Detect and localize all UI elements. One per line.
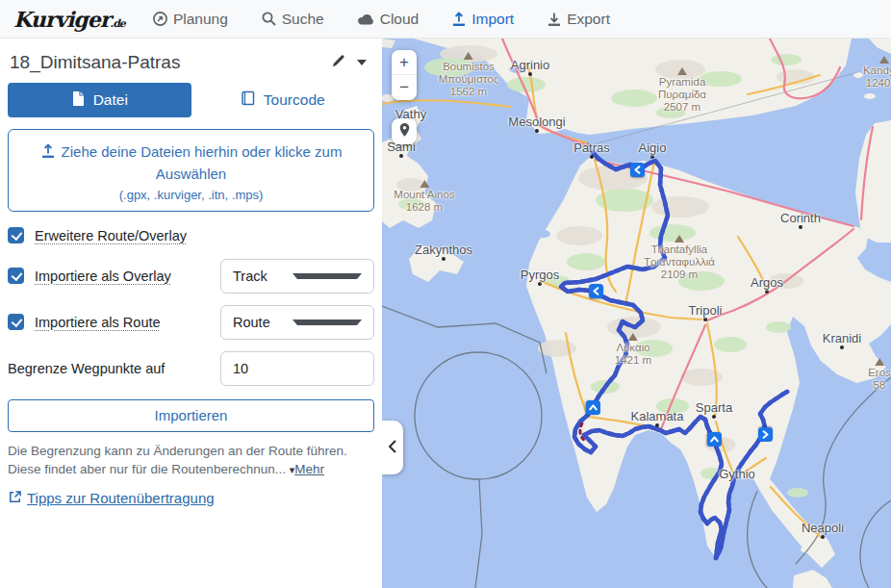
import-tabs: Datei Tourcode [8, 83, 374, 117]
nav-cloud[interactable]: Cloud [357, 11, 420, 28]
upload-icon [40, 143, 62, 160]
kurviger-logo[interactable]: Kurviger.de [13, 7, 125, 32]
note-line1: Die Begrenzung kann zu Änderungen an der… [8, 444, 347, 458]
import-overlay-checkbox[interactable] [8, 268, 24, 284]
zoom-out-button[interactable]: − [392, 75, 417, 100]
nav-cloud-label: Cloud [380, 11, 420, 28]
extend-route-label: Erweitere Route/Overlay [35, 228, 374, 243]
main-nav: Planung Suche Cloud Import Export [152, 11, 610, 28]
import-panel: 18_Dimitsana-Patras Datei Tourcode Ziehe… [0, 38, 382, 588]
import-route-label: Importiere als Route [35, 315, 220, 330]
route-type-select[interactable]: Route [220, 305, 374, 340]
mehr-link[interactable]: Mehr [294, 462, 324, 476]
route-title: 18_Dimitsana-Patras [10, 52, 325, 73]
map-zoom-control: + − [392, 50, 417, 100]
chevron-down-icon [293, 320, 362, 325]
panel-collapse-button[interactable] [382, 421, 403, 474]
nav-suche-label: Suche [282, 11, 324, 28]
limit-note: Die Begrenzung kann zu Änderungen an der… [8, 442, 374, 479]
nav-import[interactable]: Import [451, 11, 514, 28]
nav-planung-label: Planung [173, 11, 228, 28]
external-link-icon [8, 490, 22, 507]
nav-import-label: Import [471, 11, 514, 28]
navbar: Kurviger.de Planung Suche Cloud Import E… [0, 0, 891, 38]
zoom-in-button[interactable]: + [392, 50, 417, 75]
edit-title-button[interactable] [325, 52, 351, 73]
map-pin-icon [397, 122, 412, 141]
tab-datei[interactable]: Datei [8, 83, 191, 117]
book-icon [241, 90, 256, 110]
overlay-type-value: Track [233, 268, 293, 284]
waypoint-limit-label: Begrenze Wegpunkte auf [8, 361, 220, 376]
map-base [382, 38, 891, 588]
nav-suche[interactable]: Suche [261, 11, 324, 28]
import-route-checkbox[interactable] [8, 314, 24, 330]
file-dropzone[interactable]: Ziehe deine Dateien hierhin oder klicke … [8, 129, 374, 212]
export-icon [547, 12, 562, 27]
dropzone-formats: (.gpx, .kurviger, .itn, .mps) [34, 188, 348, 202]
kurviger-app: Kurviger.de Planung Suche Cloud Import E… [0, 0, 891, 588]
tab-tourcode-label: Tourcode [264, 91, 325, 109]
nav-export[interactable]: Export [547, 11, 610, 28]
pencil-icon [331, 54, 345, 71]
logo-tld: .de [110, 17, 125, 30]
waypoint-limit-input[interactable] [220, 351, 374, 386]
waypoint-limit-row: Begrenze Wegpunkte auf [8, 351, 374, 386]
option-import-overlay: Importiere als Overlay Track [8, 259, 374, 294]
chevron-left-icon [386, 438, 399, 458]
chevron-down-icon [293, 273, 362, 279]
file-icon [71, 90, 86, 111]
import-overlay-label: Importiere als Overlay [35, 268, 220, 284]
option-extend-route: Erweitere Route/Overlay [8, 224, 374, 247]
chevron-down-icon [357, 60, 367, 65]
extend-route-checkbox[interactable] [8, 227, 24, 243]
option-import-route: Importiere als Route Route [8, 305, 374, 340]
route-title-row: 18_Dimitsana-Patras [8, 48, 374, 83]
locate-button[interactable] [392, 118, 417, 144]
tips-row: Tipps zur Routenübertragung [8, 490, 374, 507]
tab-tourcode[interactable]: Tourcode [191, 83, 375, 117]
search-icon [261, 11, 277, 27]
overlay-type-select[interactable]: Track [220, 259, 374, 294]
import-icon [451, 12, 467, 27]
map-canvas[interactable]: AgrinioMesolongiPatrasAigioCorinthVathýS… [382, 38, 891, 588]
cloud-icon [357, 12, 375, 26]
tips-link[interactable]: Tipps zur Routenübertragung [27, 490, 215, 506]
logo-text: Kurviger [13, 7, 110, 32]
note-line2: Diese findet aber nur für die Routenbere… [8, 462, 286, 476]
nav-planung[interactable]: Planung [152, 11, 228, 28]
dropzone-text: Ziehe deine Dateien hierhin oder klicke … [62, 143, 343, 182]
route-type-value: Route [233, 315, 293, 330]
tab-datei-label: Datei [93, 91, 128, 109]
importieren-button[interactable]: Importieren [8, 399, 374, 432]
title-menu-button[interactable] [351, 58, 372, 67]
nav-export-label: Export [567, 11, 610, 28]
planning-icon [152, 11, 168, 27]
